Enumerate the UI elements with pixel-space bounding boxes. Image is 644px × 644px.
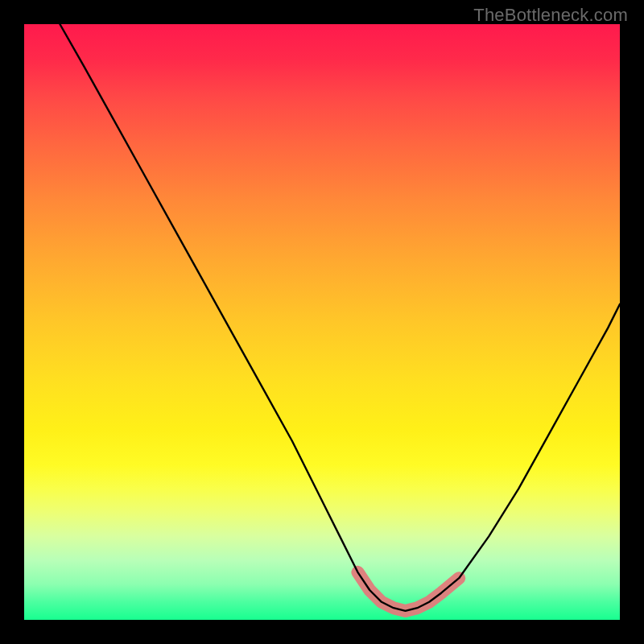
chart-frame: TheBottleneck.com	[0, 0, 644, 644]
plot-area	[24, 24, 620, 620]
attribution-label: TheBottleneck.com	[473, 5, 628, 26]
curve-svg	[24, 24, 620, 620]
bottleneck-curve	[60, 24, 620, 611]
